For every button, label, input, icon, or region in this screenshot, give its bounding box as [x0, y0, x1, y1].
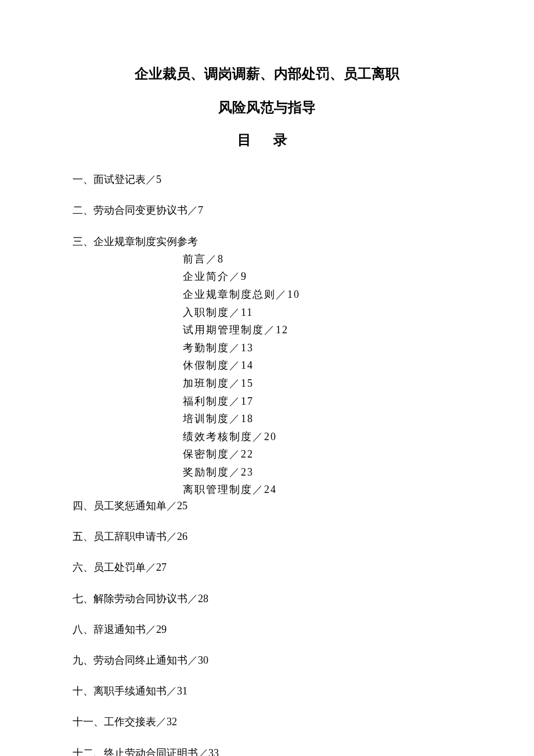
toc-subitem: 离职管理制度／24 — [183, 481, 461, 499]
toc-subitem: 考勤制度／13 — [183, 339, 461, 357]
toc-subitem: 试用期管理制度／12 — [183, 321, 461, 339]
toc-entry: 十一、工作交接表／32 — [73, 715, 461, 729]
toc-entry: 三、企业规章制度实例参考 — [73, 235, 461, 249]
toc-entry: 九、劳动合同终止通知书／30 — [73, 653, 461, 668]
title-line-2: 风险风范与指导 — [73, 98, 461, 117]
toc-subitem: 奖励制度／23 — [183, 463, 461, 481]
toc-entry: 六、员工处罚单／27 — [73, 560, 461, 575]
toc-subitem: 保密制度／22 — [183, 445, 461, 463]
toc-subitem: 企业简介／9 — [183, 268, 461, 286]
toc-entry: 二、劳动合同变更协议书／7 — [73, 203, 461, 218]
toc-subitem: 绩效考核制度／20 — [183, 428, 461, 446]
toc-subitem: 前言／8 — [183, 250, 461, 268]
toc-subitem: 企业规章制度总则／10 — [183, 286, 461, 304]
toc-entry: 十、离职手续通知书／31 — [73, 684, 461, 699]
toc-entry: 一、面试登记表／5 — [73, 172, 461, 187]
toc-subitem: 入职制度／11 — [183, 304, 461, 322]
toc-body: 一、面试登记表／5 二、劳动合同变更协议书／7 三、企业规章制度实例参考 前言／… — [73, 172, 461, 756]
toc-subitem: 福利制度／17 — [183, 393, 461, 411]
title-block: 企业裁员、调岗调薪、内部处罚、员工离职 风险风范与指导 目 录 — [73, 64, 461, 149]
toc-entry: 十二、终止劳动合同证明书／33 — [73, 746, 461, 756]
document-page: 企业裁员、调岗调薪、内部处罚、员工离职 风险风范与指导 目 录 一、面试登记表／… — [0, 0, 534, 756]
toc-sublist: 前言／8 企业简介／9 企业规章制度总则／10 入职制度／11 试用期管理制度／… — [183, 250, 461, 499]
toc-entry: 四、员工奖惩通知单／25 — [73, 499, 461, 513]
title-line-1: 企业裁员、调岗调薪、内部处罚、员工离职 — [73, 64, 461, 84]
toc-entry: 五、员工辞职申请书／26 — [73, 530, 461, 544]
toc-entry: 八、辞退通知书／29 — [73, 622, 461, 637]
toc-subitem: 加班制度／15 — [183, 375, 461, 393]
toc-heading: 目 录 — [73, 131, 461, 149]
toc-subitem: 休假制度／14 — [183, 357, 461, 375]
toc-entry: 七、解除劳动合同协议书／28 — [73, 592, 461, 606]
toc-subitem: 培训制度／18 — [183, 410, 461, 428]
